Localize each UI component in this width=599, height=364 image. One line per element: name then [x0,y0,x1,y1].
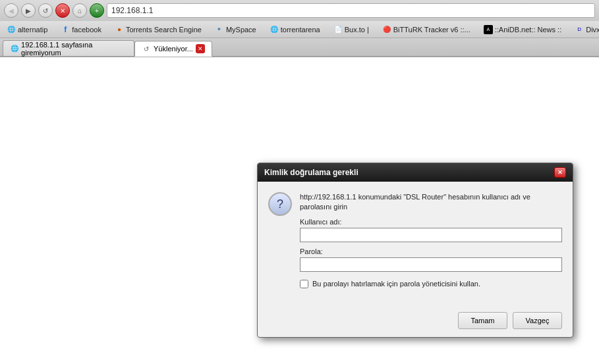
bookmark-bux[interactable]: 📄 Bux.to | [329,24,373,36]
dialog-message: http://192.168.1.1 konumundaki "DSL Rout… [300,192,562,213]
alternatip-icon: 🌐 [7,25,16,34]
reload-button[interactable]: ↺ [38,3,53,18]
dialog-question-icon: ? [268,192,292,216]
bookmark-alternatip-label: alternatip [18,26,47,34]
tab2-label: Yükleniyor... [154,45,193,53]
bookmark-divx-label: Divxplanet.com [586,26,599,34]
username-label: Kullanıcı adı: [300,218,562,226]
bookmark-torrents[interactable]: ● Torrents Search Engine [111,24,206,36]
dialog-close-button[interactable]: ✕ [554,167,566,178]
dialog-content: http://192.168.1.1 konumundaki "DSL Rout… [300,192,562,296]
tab2-close-button[interactable]: ✕ [196,44,205,53]
bookmark-anidb[interactable]: A ::AniDB.net:: News :: [480,24,565,36]
dialog-title: Kimlik doğrulama gerekli [264,168,358,177]
password-label: Parola: [300,247,562,255]
bookmark-myspace-label: MySpace [226,26,256,34]
auth-dialog: Kimlik doğrulama gerekli ✕ ? http://192.… [257,163,573,338]
bookmark-bux-label: Bux.to | [345,26,369,34]
divx-icon: D [575,25,584,34]
address-bar[interactable] [107,3,595,18]
back-button[interactable]: ◀ [4,3,18,18]
browser-chrome: ◀ ▶ ↺ ✕ ⌂ + 🌐 alternatip f facebook ● To… [0,0,599,57]
tabs-bar: 🌐 192.168.1.1 sayfasına giremiyorum ↺ Yü… [0,38,599,57]
bookmark-torrentarena-label: torrentarena [281,26,320,34]
myspace-icon: ✦ [215,25,224,34]
dialog-body: ? http://192.168.1.1 konumundaki "DSL Ro… [258,182,573,307]
stop-button[interactable]: ✕ [55,3,70,18]
cancel-button[interactable]: Vazgeç [513,312,562,329]
tab-192[interactable]: 🌐 192.168.1.1 sayfasına giremiyorum [3,40,134,56]
bookmark-anidb-label: ::AniDB.net:: News :: [495,26,561,34]
torrents-icon: ● [115,25,124,34]
bux-icon: 📄 [333,25,343,34]
bookmark-bitturk-label: BiTTuRK Tracker v6 ::... [393,26,471,34]
bookmark-myspace[interactable]: ✦ MySpace [211,24,260,36]
dialog-title-buttons: ✕ [554,167,566,178]
bookmark-facebook[interactable]: f facebook [57,24,105,36]
tab1-icon: 🌐 [10,44,18,53]
tab-loading[interactable]: ↺ Yükleniyor... ✕ [134,41,212,57]
username-input[interactable] [300,228,562,242]
home-button[interactable]: ⌂ [72,3,87,18]
bookmark-facebook-label: facebook [72,26,101,34]
password-input[interactable] [300,257,562,272]
torrentarena-icon: 🌐 [270,25,279,34]
tab2-icon: ↺ [142,44,151,53]
dialog-titlebar: Kimlik doğrulama gerekli ✕ [258,163,573,182]
facebook-icon: f [61,25,70,34]
remember-password-checkbox[interactable] [300,280,308,288]
ok-button[interactable]: Tamam [458,312,507,329]
remember-password-row: Bu parolayı hatırlamak için parola yönet… [300,280,562,288]
anidb-icon: A [484,25,493,34]
dialog-buttons: Tamam Vazgeç [258,307,573,337]
bitturk-icon: 🔴 [382,25,391,34]
tab1-label: 192.168.1.1 sayfasına giremiyorum [21,41,127,57]
bookmark-bitturk[interactable]: 🔴 BiTTuRK Tracker v6 ::... [378,24,474,36]
bookmark-alternatip[interactable]: 🌐 alternatip [3,24,51,36]
bookmark-divx[interactable]: D Divxplanet.com [571,24,599,36]
bookmark-torrents-label: Torrents Search Engine [126,26,202,34]
browser-content: Kimlik doğrulama gerekli ✕ ? http://192.… [0,57,599,364]
bookmark-torrentarena[interactable]: 🌐 torrentarena [266,24,324,36]
bookmarks-bar: 🌐 alternatip f facebook ● Torrents Searc… [0,21,599,38]
title-bar: ◀ ▶ ↺ ✕ ⌂ + [0,0,599,21]
forward-button[interactable]: ▶ [21,3,36,18]
remember-password-label: Bu parolayı hatırlamak için parola yönet… [312,280,480,288]
new-tab-button[interactable]: + [90,3,104,18]
